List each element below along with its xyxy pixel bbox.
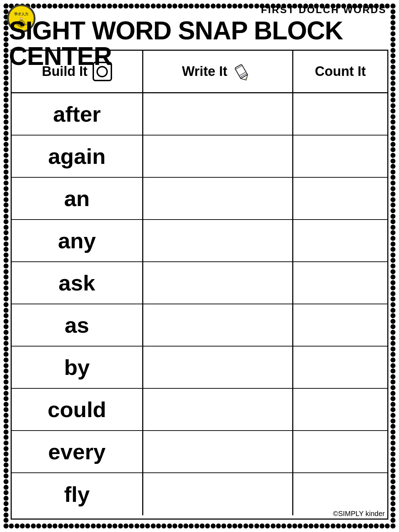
border-dot: [4, 446, 9, 451]
border-dot: [390, 391, 395, 396]
count-cell: [293, 347, 387, 388]
border-dot: [390, 407, 395, 412]
border-dot: [390, 435, 395, 440]
sight-word: fly: [64, 482, 90, 507]
border-dot: [390, 208, 395, 213]
build-it-header: Build It: [12, 51, 143, 92]
border-dot: [4, 76, 9, 81]
border-dot: [205, 523, 210, 528]
border-dot: [4, 385, 9, 390]
border-dot: [178, 4, 183, 9]
write-cell: [143, 262, 294, 304]
border-dot: [189, 4, 194, 9]
dots-bottom: [4, 523, 395, 528]
border-dot: [4, 419, 9, 423]
border-dot: [4, 352, 9, 357]
border-dot: [227, 4, 232, 9]
border-dot: [4, 473, 9, 478]
border-dot: [390, 170, 395, 174]
border-dot: [390, 253, 395, 257]
border-dot: [4, 402, 9, 407]
write-cell: [143, 135, 294, 177]
count-cell: [293, 220, 387, 261]
border-dot: [4, 142, 9, 147]
border-dot: [4, 313, 9, 318]
border-dot: [140, 523, 145, 528]
border-dot: [390, 164, 395, 169]
border-dot: [390, 242, 395, 246]
write-cell: [143, 347, 294, 388]
border-dot: [4, 363, 9, 368]
border-dot: [4, 269, 9, 274]
table-row: any: [12, 220, 387, 262]
border-dot: [390, 197, 395, 202]
border-dot: [80, 4, 85, 9]
border-dot: [4, 197, 9, 202]
dots-right: [390, 4, 395, 528]
border-dot: [118, 523, 123, 528]
border-dot: [390, 142, 395, 147]
border-dot: [4, 230, 9, 235]
border-dot: [390, 236, 395, 241]
dots-left: [4, 4, 9, 528]
border-dot: [58, 4, 63, 9]
border-dot: [31, 4, 36, 9]
border-dot: [194, 4, 199, 9]
border-dot: [4, 413, 9, 418]
border-dot: [4, 92, 9, 97]
border-dot: [4, 219, 9, 224]
border-dot: [390, 457, 395, 462]
border-dot: [167, 523, 172, 528]
border-dot: [249, 4, 254, 9]
border-dot: [374, 523, 379, 528]
border-dot: [36, 4, 41, 9]
border-dot: [183, 4, 188, 9]
border-dot: [254, 523, 259, 528]
word-cell: could: [12, 389, 143, 430]
border-dot: [4, 120, 9, 124]
border-dot: [390, 186, 395, 191]
border-dot: [390, 523, 395, 528]
border-dot: [390, 280, 395, 285]
count-cell: [293, 93, 387, 135]
border-dot: [4, 98, 9, 102]
border-dot: [36, 523, 41, 528]
sight-word: as: [65, 312, 89, 338]
table-row: after: [12, 93, 387, 135]
border-dot: [216, 523, 221, 528]
word-cell: again: [12, 135, 143, 177]
border-dot: [390, 103, 395, 108]
border-dot: [161, 523, 166, 528]
border-dot: [390, 341, 395, 346]
border-dot: [4, 208, 9, 213]
border-dot: [390, 430, 395, 434]
border-dot: [167, 4, 172, 9]
write-cell: [143, 304, 294, 346]
border-dot: [390, 247, 395, 252]
border-dot: [260, 523, 265, 528]
sight-word: after: [53, 101, 101, 127]
border-dot: [390, 87, 395, 92]
sight-word: ask: [59, 270, 95, 295]
border-dot: [390, 451, 395, 456]
border-dot: [390, 308, 395, 313]
border-dot: [390, 424, 395, 429]
border-dot: [390, 363, 395, 368]
sight-word: again: [48, 144, 106, 169]
border-dot: [309, 523, 314, 528]
border-dot: [151, 523, 156, 528]
border-dot: [390, 147, 395, 152]
border-dot: [287, 523, 292, 528]
border-dot: [390, 490, 395, 495]
border-dot: [96, 4, 101, 9]
svg-text:学才人力: 学才人力: [14, 12, 28, 16]
page: 学才人力 🏠 SimKinder FIRST DOLCH WORDS SIGHT…: [0, 0, 399, 532]
border-dot: [4, 253, 9, 257]
border-dot: [172, 523, 177, 528]
border-dot: [390, 440, 395, 445]
border-dot: [390, 518, 395, 523]
count-cell: [293, 431, 387, 472]
copyright: ©SIMPLY kinder: [333, 510, 385, 518]
border-dot: [390, 402, 395, 407]
border-dot: [390, 81, 395, 86]
